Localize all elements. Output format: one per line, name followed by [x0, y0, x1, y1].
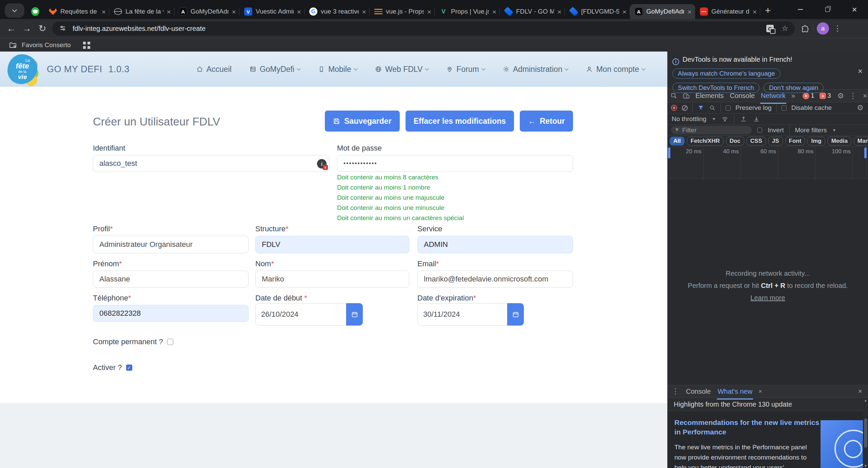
browser-tab[interactable]: VVuestic Admin×: [239, 4, 304, 19]
tab-close-icon[interactable]: ×: [623, 8, 627, 15]
password-input[interactable]: ••••••••••••: [337, 155, 573, 172]
date-expiration-calendar-button[interactable]: [507, 303, 524, 326]
minimize-button[interactable]: [787, 0, 814, 19]
bookmark-folder-label[interactable]: Favoris Conserto: [22, 41, 71, 49]
tab-close-icon[interactable]: ×: [427, 8, 431, 15]
pinned-tab-whatsapp[interactable]: ☎: [26, 4, 44, 19]
devtools-menu-icon[interactable]: ⋮: [848, 92, 857, 100]
bookmark-star-icon[interactable]: ☆: [780, 23, 790, 34]
article-title[interactable]: Recommendations for the new live metrics…: [674, 418, 820, 437]
tab-close-icon[interactable]: ×: [492, 8, 496, 15]
tab-close-icon[interactable]: ×: [753, 8, 757, 15]
browser-tab[interactable]: FDLV - GO My D×: [500, 4, 565, 19]
browser-tab[interactable]: La fête de la vie×: [109, 4, 174, 19]
restore-button[interactable]: [814, 0, 841, 19]
back-page-button[interactable]: ←Retour: [520, 111, 573, 132]
chip-font[interactable]: Font: [785, 137, 805, 145]
tab-search-button[interactable]: [5, 3, 24, 18]
structure-input[interactable]: FDLV: [255, 236, 409, 253]
chip-media[interactable]: Media: [828, 137, 851, 145]
chip-manifest[interactable]: Manifest: [854, 137, 868, 145]
drawer-menu-icon[interactable]: ⋮: [671, 387, 680, 396]
error-badge[interactable]: ×1: [803, 92, 815, 99]
record-icon[interactable]: [671, 105, 677, 111]
overview-left-handle[interactable]: [668, 148, 670, 158]
issues-badge[interactable]: ×3: [820, 92, 831, 99]
network-conditions-icon[interactable]: [721, 115, 729, 123]
url-text[interactable]: fdlv-integ.azurewebsites.net/fdlv-user-c…: [73, 25, 760, 33]
service-input[interactable]: ADMIN: [417, 236, 573, 253]
tab-close-icon[interactable]: ×: [297, 8, 301, 15]
save-button[interactable]: Sauvegarder: [325, 111, 399, 132]
date-debut-input[interactable]: 26/10/2024: [255, 303, 346, 326]
compte-permanent-checkbox[interactable]: [167, 339, 173, 345]
overview-right-handle[interactable]: [864, 148, 867, 158]
search-icon[interactable]: [709, 104, 716, 111]
identifiant-input[interactable]: alasco_test i: [93, 155, 330, 172]
browser-tab[interactable]: •••Générateur de m×: [695, 4, 760, 19]
chip-css[interactable]: CSS: [747, 137, 766, 145]
export-har-icon[interactable]: [753, 115, 760, 123]
nav-item-mobile[interactable]: Mobile: [318, 65, 357, 74]
chip-fetch-xhr[interactable]: Fetch/XHR: [687, 137, 724, 145]
learn-more-link[interactable]: Learn more: [750, 294, 785, 301]
tab-close-icon[interactable]: ×: [688, 8, 692, 15]
browser-tab[interactable]: Requêtes de fusi×: [44, 4, 109, 19]
date-expiration-input[interactable]: 30/11/2024: [417, 303, 507, 326]
filter-funnel-icon[interactable]: [697, 104, 704, 111]
throttling-select[interactable]: No throttling: [672, 115, 706, 123]
scroll-up-icon[interactable]: ▲: [864, 398, 867, 402]
browser-tab[interactable]: [FDLVGMD-552]×: [565, 4, 630, 19]
preserve-log-label[interactable]: Preserve log: [735, 104, 772, 112]
tab-network[interactable]: Network: [760, 90, 786, 101]
nom-input[interactable]: Mariko: [255, 271, 409, 288]
browser-tab[interactable]: VProps | Vue.js×: [435, 4, 500, 19]
nav-item-forum[interactable]: Forum: [446, 65, 485, 74]
apps-grid-icon[interactable]: [83, 42, 86, 44]
address-bar[interactable]: fdlv-integ.azurewebsites.net/fdlv-user-c…: [52, 21, 795, 36]
infobar-close-icon[interactable]: ×: [858, 66, 863, 76]
match-language-button[interactable]: Always match Chrome's language: [672, 69, 781, 79]
drawer-tab-whats-new[interactable]: What's new: [717, 386, 753, 397]
invert-label[interactable]: Invert: [768, 126, 784, 134]
reload-button[interactable]: ↻: [35, 21, 50, 36]
chip-img[interactable]: Img: [807, 137, 825, 145]
devtools-close-icon[interactable]: ×: [861, 92, 868, 100]
tab-close-icon[interactable]: ×: [362, 8, 366, 15]
browser-tab[interactable]: Gvue 3 reactive pr×: [304, 4, 370, 19]
profil-input[interactable]: Administrateur Organisateur: [93, 236, 249, 253]
nav-item-accueil[interactable]: Accueil: [196, 65, 232, 74]
network-settings-icon[interactable]: ⚙: [856, 103, 865, 112]
forward-button[interactable]: →: [19, 21, 35, 36]
browser-menu-icon[interactable]: ⋮: [832, 23, 843, 34]
translate-icon[interactable]: G: [765, 23, 775, 34]
clear-button[interactable]: Effacer les modifications: [406, 111, 514, 132]
scrollbar-thumb[interactable]: [864, 418, 867, 448]
site-settings-icon[interactable]: [58, 23, 68, 34]
clear-network-icon[interactable]: [682, 105, 688, 111]
telephone-input[interactable]: 0682822328: [93, 305, 249, 322]
tab-close-icon[interactable]: ×: [232, 8, 236, 15]
scroll-down-icon[interactable]: ▼: [864, 464, 867, 468]
preserve-log-checkbox[interactable]: [726, 105, 731, 111]
nav-item-mon-compte[interactable]: Mon compte: [586, 65, 645, 74]
close-window-button[interactable]: ×: [841, 0, 868, 19]
drawer-close-icon[interactable]: ×: [856, 387, 865, 396]
tab-close-icon[interactable]: ×: [102, 8, 106, 15]
browser-tab[interactable]: vue.js - Props g×: [370, 4, 435, 19]
extensions-puzzle-icon[interactable]: [800, 23, 810, 34]
date-debut-calendar-button[interactable]: [346, 303, 363, 326]
disable-cache-checkbox[interactable]: [782, 105, 787, 111]
import-har-icon[interactable]: [740, 115, 747, 123]
chip-all[interactable]: All: [670, 137, 685, 145]
nav-item-gomydefi[interactable]: GoMyDefi: [249, 65, 300, 74]
profile-avatar[interactable]: a: [817, 22, 829, 35]
prenom-input[interactable]: Alassane: [93, 271, 249, 288]
nav-item-web-fdlv[interactable]: Web FDLV: [375, 65, 428, 74]
tab-console[interactable]: Console: [729, 90, 755, 101]
tab-close-icon[interactable]: ×: [557, 8, 561, 15]
more-filters-button[interactable]: More filters: [795, 126, 827, 134]
disable-cache-label[interactable]: Disable cache: [791, 104, 832, 112]
back-button[interactable]: ←: [3, 21, 19, 36]
bookmark-folder-icon[interactable]: [9, 41, 17, 49]
